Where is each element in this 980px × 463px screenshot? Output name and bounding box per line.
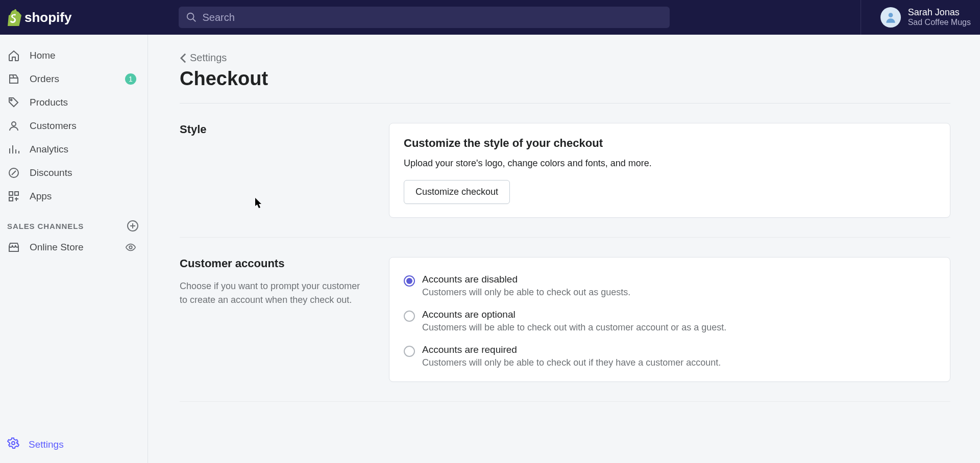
- radio-label: Accounts are optional: [422, 309, 726, 320]
- svg-point-3: [11, 99, 12, 101]
- svg-point-9: [129, 246, 132, 249]
- search-input[interactable]: [202, 12, 663, 23]
- shopify-logo[interactable]: shopify: [6, 9, 71, 26]
- sidebar-item-products[interactable]: Products: [0, 91, 148, 114]
- sidebar-section-header: SALES CHANNELS: [0, 208, 148, 236]
- sidebar-item-home[interactable]: Home: [0, 44, 148, 67]
- store-icon: [7, 241, 20, 254]
- topbar-divider: [861, 0, 861, 35]
- customize-checkout-button[interactable]: Customize checkout: [404, 180, 510, 204]
- breadcrumb-back[interactable]: Settings: [180, 52, 950, 64]
- radio-desc: Customers will be able to check out with…: [422, 322, 726, 333]
- svg-rect-8: [9, 197, 13, 201]
- eye-icon: [125, 242, 136, 253]
- sidebar-item-label: Customers: [30, 120, 136, 132]
- shopify-bag-icon: [6, 9, 21, 26]
- sidebar-section-label: SALES CHANNELS: [7, 222, 84, 230]
- section-desc: Choose if you want to prompt your custom…: [180, 279, 369, 307]
- sidebar-item-orders[interactable]: Orders 1: [0, 67, 148, 91]
- sidebar-settings-link[interactable]: Settings: [0, 428, 148, 463]
- sidebar-item-customers[interactable]: Customers: [0, 114, 148, 138]
- orders-badge: 1: [125, 73, 136, 85]
- svg-rect-6: [9, 192, 13, 195]
- tag-icon: [7, 96, 20, 109]
- sidebar-item-discounts[interactable]: Discounts: [0, 161, 148, 185]
- user-name: Sarah Jonas: [908, 7, 971, 18]
- svg-point-10: [12, 442, 15, 445]
- card-title: Customize the style of your checkout: [404, 137, 936, 150]
- radio-option-optional[interactable]: Accounts are optional Customers will be …: [404, 306, 936, 341]
- sidebar-item-label: Online Store: [30, 242, 116, 253]
- radio-input[interactable]: [404, 275, 415, 287]
- apps-icon: [7, 190, 20, 203]
- card-desc: Upload your store's logo, change colors …: [404, 158, 936, 169]
- radio-label: Accounts are disabled: [422, 274, 630, 285]
- main-content: Settings Checkout Style Customize the st…: [148, 35, 980, 463]
- accounts-card: Accounts are disabled Customers will onl…: [389, 257, 950, 382]
- analytics-icon: [7, 143, 20, 156]
- sidebar-item-label: Orders: [30, 73, 116, 85]
- svg-point-0: [187, 13, 194, 20]
- sidebar-channel-online-store[interactable]: Online Store: [0, 236, 148, 259]
- avatar: [880, 7, 901, 28]
- person-icon: [7, 119, 20, 133]
- page-title: Checkout: [180, 68, 950, 90]
- radio-desc: Customers will only be able to check out…: [422, 287, 630, 298]
- topbar: shopify Sarah Jonas Sad Coffee Mugs: [0, 0, 980, 35]
- svg-point-4: [12, 122, 16, 126]
- sidebar-item-label: Discounts: [30, 167, 136, 178]
- user-menu[interactable]: Sarah Jonas Sad Coffee Mugs: [880, 7, 971, 28]
- sidebar-item-label: Analytics: [30, 144, 136, 155]
- gear-icon: [7, 437, 19, 452]
- orders-icon: [7, 72, 20, 86]
- sidebar-item-apps[interactable]: Apps: [0, 185, 148, 208]
- radio-option-disabled[interactable]: Accounts are disabled Customers will onl…: [404, 271, 936, 306]
- svg-line-1: [193, 19, 196, 22]
- radio-option-required[interactable]: Accounts are required Customers will onl…: [404, 341, 936, 368]
- sidebar-settings-label: Settings: [29, 439, 64, 450]
- shopify-wordmark: shopify: [24, 10, 71, 25]
- radio-label: Accounts are required: [422, 344, 721, 355]
- svg-point-2: [888, 13, 893, 17]
- section-customer-accounts: Customer accounts Choose if you want to …: [180, 238, 950, 402]
- search-icon: [186, 12, 197, 23]
- section-heading: Style: [180, 123, 369, 136]
- sidebar-item-label: Home: [30, 50, 136, 61]
- breadcrumb-label: Settings: [190, 52, 227, 64]
- sidebar: Home Orders 1 Products Customers A: [0, 35, 148, 463]
- add-channel-button[interactable]: [127, 220, 138, 232]
- sidebar-item-label: Products: [30, 97, 136, 108]
- radio-input[interactable]: [404, 311, 415, 322]
- svg-rect-7: [15, 192, 18, 195]
- store-name: Sad Coffee Mugs: [908, 18, 971, 27]
- discount-icon: [7, 166, 20, 179]
- sidebar-item-analytics[interactable]: Analytics: [0, 138, 148, 161]
- style-card: Customize the style of your checkout Upl…: [389, 123, 950, 218]
- radio-desc: Customers will only be able to check out…: [422, 357, 721, 368]
- section-style: Style Customize the style of your checko…: [180, 104, 950, 238]
- plus-icon: [130, 223, 135, 228]
- search-bar[interactable]: [179, 7, 670, 28]
- chevron-left-icon: [180, 53, 187, 64]
- home-icon: [7, 49, 20, 62]
- radio-input[interactable]: [404, 346, 415, 357]
- section-heading: Customer accounts: [180, 257, 369, 270]
- view-store-button[interactable]: [125, 242, 136, 253]
- sidebar-item-label: Apps: [30, 191, 136, 202]
